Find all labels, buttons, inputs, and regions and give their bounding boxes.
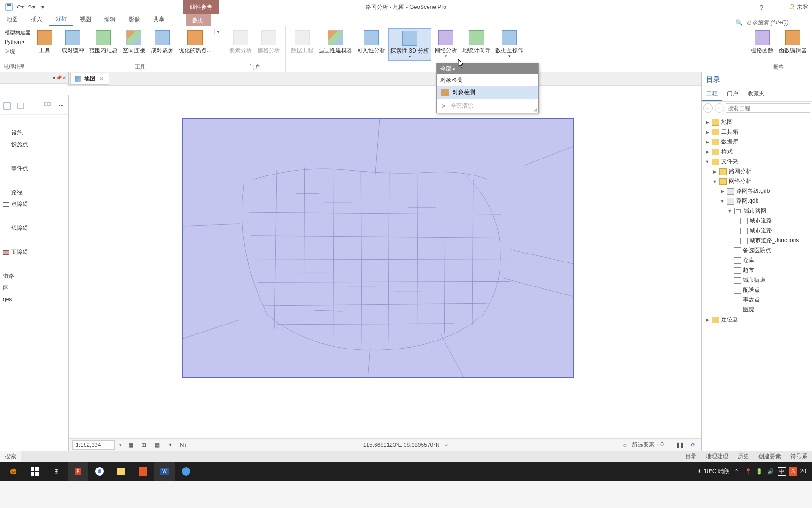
- tray-volume-icon[interactable]: 🔊: [766, 467, 775, 476]
- taskbar-start-icon[interactable]: [24, 462, 45, 481]
- status-tool-snap-icon[interactable]: ⊞: [140, 441, 148, 449]
- qat-redo-icon[interactable]: ↷▾: [26, 2, 37, 12]
- tab-map[interactable]: 地图: [0, 13, 24, 26]
- map-canvas[interactable]: [69, 86, 701, 438]
- btn-environment[interactable]: 环境: [3, 47, 17, 56]
- btn-suitability[interactable]: 适宜性建模器: [317, 28, 354, 55]
- toc-layer[interactable]: 事件点: [0, 163, 68, 175]
- bottom-left-search[interactable]: 搜索: [0, 451, 21, 462]
- toc-layer[interactable]: —线障碍: [0, 222, 68, 234]
- catalog-nav-back-icon[interactable]: ←: [703, 103, 713, 113]
- toc-tool-more-icon[interactable]: ⋯: [55, 100, 66, 111]
- tree-locators[interactable]: ▶定位器: [703, 315, 811, 325]
- status-tool-grid-icon[interactable]: ▤: [153, 441, 161, 449]
- pause-draw-icon[interactable]: ❚❚: [676, 441, 684, 449]
- tree-toolboxes[interactable]: ▶工具箱: [703, 127, 811, 137]
- btn-summarize[interactable]: 范围内汇总: [87, 28, 119, 55]
- bottom-tab-history[interactable]: 历史: [733, 451, 754, 462]
- btn-spatial-join[interactable]: 空间连接: [120, 28, 148, 55]
- tree-fc[interactable]: 超市: [703, 265, 811, 275]
- tree-fc[interactable]: 医院: [703, 305, 811, 315]
- taskbar-time[interactable]: 20: [800, 468, 806, 475]
- catalog-tab-portal[interactable]: 门户: [722, 87, 743, 101]
- btn-interop[interactable]: 数据互操作▾: [493, 28, 525, 60]
- minimize-icon[interactable]: —: [772, 2, 781, 12]
- taskbar-app-chrome[interactable]: [89, 462, 110, 481]
- dropdown-header[interactable]: 全部 ▾: [437, 64, 538, 74]
- btn-network-analysis[interactable]: 网络分析▾: [432, 28, 460, 60]
- tree-gdb-grade[interactable]: ▶路网等级.gdb: [703, 186, 811, 196]
- tab-imagery[interactable]: 影像: [122, 13, 147, 26]
- toc-layer[interactable]: 面障碍: [0, 246, 68, 258]
- btn-hotspot[interactable]: 优化的热点...: [177, 28, 213, 55]
- bottom-tab-symbology[interactable]: 符号系: [786, 451, 812, 462]
- tools-group-expand[interactable]: ▾: [214, 28, 221, 35]
- toc-layer[interactable]: 点障碍: [0, 198, 68, 210]
- resize-handle-icon[interactable]: ◢: [533, 107, 537, 112]
- taskbar-app-explorer[interactable]: [111, 462, 132, 481]
- tree-fc[interactable]: 城市道路_Junctions: [703, 236, 811, 246]
- toc-tool2-icon[interactable]: [16, 100, 26, 111]
- tree-fc[interactable]: 城市道路: [703, 216, 811, 226]
- taskbar-app-orange[interactable]: [133, 462, 153, 481]
- tree-maps[interactable]: ▶地图: [703, 117, 811, 127]
- refresh-icon[interactable]: ⟳: [689, 441, 697, 449]
- tray-sogou-icon[interactable]: S: [789, 467, 797, 476]
- toc-tool1-icon[interactable]: [2, 100, 13, 111]
- toc-layer[interactable]: 设施: [0, 127, 68, 139]
- tree-folders[interactable]: ▼文件夹: [703, 157, 811, 167]
- tree-gdb-road[interactable]: ▼路网.gdb: [703, 196, 811, 206]
- taskbar-app-powerpoint[interactable]: P: [68, 462, 88, 481]
- selection-icon[interactable]: ◇: [623, 442, 627, 448]
- tab-share[interactable]: 共享: [147, 13, 171, 26]
- dropdown-clear-all[interactable]: ✕全部清除: [437, 99, 538, 113]
- taskbar-app-word[interactable]: W: [154, 462, 175, 481]
- qat-undo-icon[interactable]: ↶▾: [15, 2, 25, 12]
- btn-pair-clip[interactable]: 成对裁剪: [148, 28, 176, 55]
- taskbar-weather[interactable]: ☀ 18°C 晴朗: [697, 468, 730, 476]
- map-tab-close-icon[interactable]: ✕: [98, 76, 105, 82]
- toc-layer[interactable]: 设施点: [0, 139, 68, 151]
- btn-tools[interactable]: 工具: [31, 28, 58, 55]
- qat-customize-icon[interactable]: ▾: [38, 2, 48, 12]
- context-tab-data[interactable]: 数据: [186, 14, 211, 26]
- tray-location-icon[interactable]: 📍: [744, 467, 752, 476]
- login-status[interactable]: 未登: [789, 3, 808, 11]
- toc-tool4-icon[interactable]: [42, 100, 53, 111]
- dropdown-item-object-detect[interactable]: 对象检测: [437, 86, 538, 99]
- taskbar-app-pumpkin[interactable]: 🎃: [3, 462, 23, 481]
- btn-pair-buffer[interactable]: 成对缓冲: [59, 28, 86, 55]
- tray-ime-icon[interactable]: 中: [778, 467, 786, 476]
- pane-pin-icon[interactable]: 📌: [56, 75, 62, 80]
- map-tab[interactable]: 地图 ✕: [70, 73, 109, 85]
- toc-layer[interactable]: ges: [0, 294, 68, 304]
- toc-layer[interactable]: 道路: [0, 270, 68, 282]
- command-search-input[interactable]: [746, 19, 807, 26]
- btn-visibility[interactable]: 可见性分析: [355, 28, 387, 55]
- btn-python[interactable]: Python ▾: [3, 38, 27, 46]
- tree-fc[interactable]: 城市道路: [703, 226, 811, 236]
- bottom-tab-catalog[interactable]: 目录: [680, 451, 701, 462]
- catalog-tab-project[interactable]: 工程: [702, 87, 722, 101]
- bottom-tab-create[interactable]: 创建要素: [754, 451, 786, 462]
- status-tool-correction-icon[interactable]: N↕: [179, 441, 187, 449]
- search-icon[interactable]: 🔍: [735, 19, 742, 26]
- pane-options-icon[interactable]: ▾: [53, 75, 55, 80]
- tree-folder-network[interactable]: ▼网络分析: [703, 176, 811, 186]
- tree-folder-roadanalysis[interactable]: ▶路网分析: [703, 167, 811, 176]
- coords-dropdown-icon[interactable]: ▽: [445, 443, 448, 447]
- tab-view[interactable]: 视图: [73, 13, 98, 26]
- status-tool-constraint-icon[interactable]: ▦: [126, 441, 135, 449]
- btn-exploratory-3d[interactable]: 探索性 3D 分析▾: [388, 28, 431, 61]
- pane-close-icon[interactable]: ✕: [62, 75, 66, 80]
- tray-expand-icon[interactable]: ^: [733, 467, 741, 476]
- help-icon[interactable]: ?: [759, 3, 763, 11]
- tree-fc[interactable]: 备选医院点: [703, 246, 811, 255]
- taskbar-taskview-icon[interactable]: ⊞: [46, 462, 67, 481]
- contents-search-input[interactable]: [2, 86, 70, 95]
- scale-input[interactable]: 1:182,334: [72, 440, 115, 450]
- bottom-tab-geoproc[interactable]: 地理处理: [701, 451, 733, 462]
- qat-save-icon[interactable]: [4, 2, 14, 12]
- catalog-search-input[interactable]: [726, 103, 810, 113]
- tab-analysis[interactable]: 分析: [49, 12, 73, 26]
